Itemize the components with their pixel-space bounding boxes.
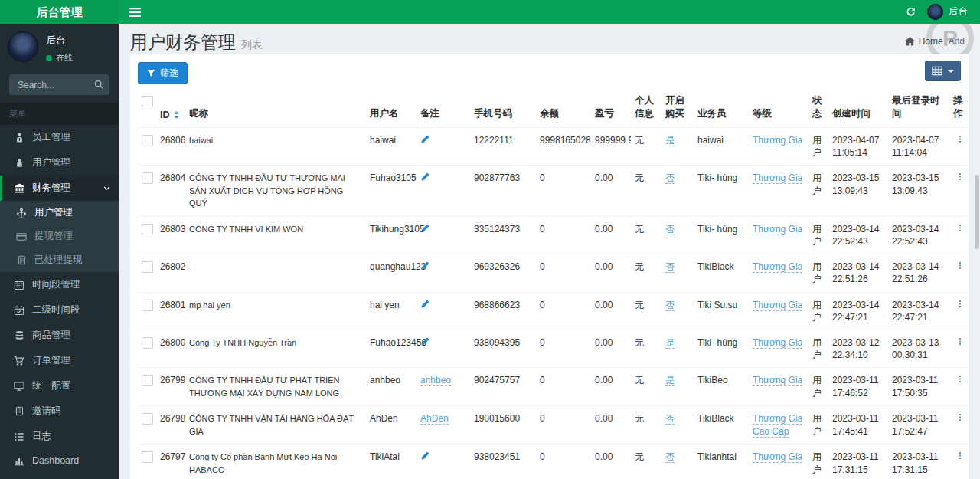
sidebar-user-panel: 后台 在线 xyxy=(0,24,119,70)
sidebar-avatar[interactable] xyxy=(8,31,38,62)
sidebar-item-wrap: Admin xyxy=(0,472,119,479)
cell-level: Thương Gia xyxy=(749,166,808,217)
col-header-id[interactable]: ID xyxy=(156,93,185,128)
purchase-toggle-link[interactable]: 否 xyxy=(665,261,675,273)
row-actions-kebab-icon[interactable] xyxy=(953,374,967,384)
level-link[interactable]: Thương Gia xyxy=(753,375,802,386)
level-link[interactable]: Thương Gia xyxy=(753,337,802,349)
purchase-toggle-link[interactable]: 否 xyxy=(665,413,675,425)
sidebar-item-secondary-time-period[interactable]: 二级时间段 xyxy=(0,297,119,323)
sidebar-item-unified-config[interactable]: 统一配置 xyxy=(0,373,119,399)
sidebar-item-processed-withdrawals[interactable]: 已处理提现 xyxy=(0,248,119,272)
sidebar-user-status: 在线 xyxy=(46,52,73,64)
purchase-toggle-link[interactable]: 否 xyxy=(665,224,675,235)
sidebar-item-label: 二级时间段 xyxy=(32,303,80,317)
edit-note-pencil-icon[interactable] xyxy=(420,223,430,233)
purchase-toggle-link[interactable]: 是 xyxy=(665,375,675,386)
edit-note-pencil-icon[interactable] xyxy=(420,134,430,144)
row-checkbox[interactable] xyxy=(142,172,153,184)
edit-note-pencil-icon[interactable] xyxy=(420,451,430,461)
row-actions-kebab-icon[interactable] xyxy=(953,299,967,309)
edit-note-pencil-icon[interactable] xyxy=(420,172,430,182)
purchase-toggle-link[interactable]: 是 xyxy=(665,337,675,349)
level-link[interactable]: Thương Gia xyxy=(753,451,802,463)
sidebar-item-order-mgmt[interactable]: 订单管理 xyxy=(0,348,119,373)
purchase-toggle-link[interactable]: 否 xyxy=(665,300,675,311)
sidebar-item-finance-user-mgmt[interactable]: 用户管理 xyxy=(0,201,119,225)
app-logo[interactable]: 后台管理 xyxy=(0,0,119,24)
level-link[interactable]: Thương Gia xyxy=(753,261,802,273)
sidebar-item-employee-mgmt[interactable]: 员工管理 xyxy=(0,125,119,150)
note-link[interactable]: anhbeo xyxy=(420,375,451,386)
cell-phone: 969326326 xyxy=(470,254,536,292)
sidebar-menu: 员工管理用户管理财务管理用户管理提现管理已处理提现时间段管理二级时间段商品管理订… xyxy=(0,125,119,479)
cell-profit: 0.00 xyxy=(591,254,631,292)
purchase-toggle-link[interactable]: 否 xyxy=(665,451,675,463)
edit-note-pencil-icon[interactable] xyxy=(420,261,430,271)
cell-nickname: mp hai yen xyxy=(185,292,366,330)
level-link[interactable]: Thương Gia xyxy=(753,224,802,235)
cell-note xyxy=(416,166,470,217)
purchase-toggle-link[interactable]: 否 xyxy=(665,172,675,184)
cell-select xyxy=(138,216,156,254)
level-link[interactable]: Thương Gia xyxy=(753,135,802,146)
row-actions-kebab-icon[interactable] xyxy=(953,412,967,422)
cell-last-login: 2023-03-14 22:52:43 xyxy=(888,216,949,254)
sidebar-item-dashboard[interactable]: Dashboard xyxy=(0,449,119,472)
sidebar-item-finance-mgmt[interactable]: 财务管理 xyxy=(0,176,119,201)
sidebar-item-withdrawal-mgmt[interactable]: 提现管理 xyxy=(0,225,119,248)
user-menu[interactable]: 后台 xyxy=(927,4,968,20)
scrollbar-track[interactable] xyxy=(974,24,980,479)
sidebar-item-label: 时间段管理 xyxy=(32,278,80,291)
cell-note: anhbeo xyxy=(416,368,470,406)
note-link[interactable]: AhĐen xyxy=(420,413,449,425)
cell-last-login: 2023-03-14 22:51:26 xyxy=(888,254,949,292)
breadcrumb-home[interactable]: Home xyxy=(905,36,943,47)
row-actions-kebab-icon[interactable] xyxy=(953,223,967,233)
sidebar-item-logs[interactable]: 日志 xyxy=(0,424,119,449)
sidebar-item-admin[interactable]: Admin xyxy=(0,472,119,479)
cell-purchase-enabled: 是 xyxy=(662,330,694,368)
row-actions-kebab-icon[interactable] xyxy=(953,261,967,271)
sidebar-item-wrap: Dashboard xyxy=(0,449,119,472)
sidebar-item-time-period-mgmt[interactable]: 时间段管理 xyxy=(0,272,119,297)
row-checkbox[interactable] xyxy=(142,451,153,463)
row-actions-kebab-icon[interactable] xyxy=(953,336,967,346)
cell-phone: 335124373 xyxy=(470,216,536,254)
level-link[interactable]: Thương Gia xyxy=(753,300,802,311)
anchor-icon xyxy=(15,208,28,218)
sidebar-toggle-icon[interactable] xyxy=(119,0,151,24)
row-actions-kebab-icon[interactable] xyxy=(953,451,967,461)
cell-purchase-enabled: 否 xyxy=(662,292,694,330)
row-checkbox[interactable] xyxy=(142,261,153,273)
sidebar-item-product-mgmt[interactable]: 商品管理 xyxy=(0,323,119,348)
level-link[interactable]: Thương Gia xyxy=(753,172,802,184)
edit-note-pencil-icon[interactable] xyxy=(420,299,430,309)
purchase-toggle-link[interactable]: 是 xyxy=(665,135,675,146)
row-checkbox[interactable] xyxy=(142,413,153,425)
filter-button[interactable]: 筛选 xyxy=(138,62,188,84)
column-toggle-button[interactable] xyxy=(925,61,961,81)
row-checkbox[interactable] xyxy=(142,375,153,386)
row-checkbox[interactable] xyxy=(142,337,153,349)
row-checkbox[interactable] xyxy=(142,224,153,235)
sidebar-item-invite-code[interactable]: 邀请码 xyxy=(0,399,119,424)
scrollbar-thumb[interactable] xyxy=(975,175,979,249)
cell-status: 用户 xyxy=(808,216,828,254)
level-link[interactable]: Thương Gia Cao Cấp xyxy=(753,413,802,437)
sidebar-item-label: Dashboard xyxy=(32,455,79,466)
edit-note-pencil-icon[interactable] xyxy=(420,336,430,346)
search-icon[interactable] xyxy=(93,79,104,90)
cell-actions xyxy=(949,128,968,166)
row-actions-kebab-icon[interactable] xyxy=(953,134,967,144)
table-row: 26806haiwaihaiwai12222111999816502879999… xyxy=(138,128,968,166)
sidebar-item-user-mgmt[interactable]: 用户管理 xyxy=(0,150,119,176)
sort-icon[interactable] xyxy=(173,110,180,120)
row-checkbox[interactable] xyxy=(142,135,153,146)
refresh-icon[interactable] xyxy=(905,6,916,18)
sidebar-item-label: 邀请码 xyxy=(32,405,61,418)
row-checkbox[interactable] xyxy=(142,300,153,311)
col-header-salesperson: 业务员 xyxy=(694,93,749,128)
select-all-checkbox[interactable] xyxy=(142,96,153,107)
row-actions-kebab-icon[interactable] xyxy=(953,172,967,182)
